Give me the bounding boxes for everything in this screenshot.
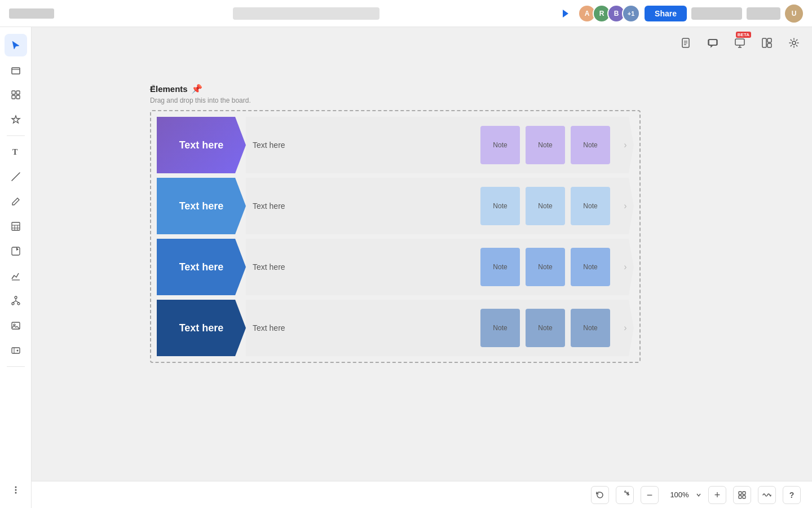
svg-line-32 [16,301,19,303]
share-button[interactable]: Share [645,6,687,21]
row-2-chevron: › [617,178,634,234]
sidebar-item-embed[interactable] [5,339,27,362]
svg-rect-16 [12,95,15,99]
sidebar-item-components[interactable] [5,84,27,106]
row-2-label: Text here [157,178,246,234]
row-4-label: Text here [157,300,246,356]
svg-point-38 [15,487,16,488]
row-3-content: Text here Note Note Note [246,239,617,295]
elements-panel: Elements 📌 Drag and drop this into the b… [150,84,641,363]
sidebar-item-sticky[interactable] [5,240,27,262]
row-2-label-text: Text here [179,200,224,212]
row-1-notes: Note Note Note [480,126,610,164]
row-1-note-3: Note [571,126,610,164]
row-4-content: Text here Note Note Note [246,300,617,356]
row-4-chevron: › [617,300,634,356]
row-1-content: Text here Note Note Note [246,117,617,173]
zoom-out-button[interactable]: − [641,486,659,504]
row-4-body-text: Text here [253,323,298,332]
sidebar-item-chart[interactable] [5,265,27,287]
svg-rect-15 [16,91,20,94]
sidebar-item-pen[interactable] [5,190,27,213]
svg-point-11 [792,41,796,45]
sidebar-item-starred[interactable] [5,108,27,131]
zoom-out-label: − [647,490,653,500]
row-3-label-text: Text here [179,261,224,273]
svg-point-27 [15,296,17,299]
row-3-label: Text here [157,239,246,295]
pin-icon: 📌 [191,84,202,94]
layout-icon-btn[interactable] [758,34,776,52]
sidebar-item-table[interactable] [5,215,27,238]
row-2-body-text: Text here [253,202,298,211]
row-1: Text here Text here Note Note Note › [157,117,634,173]
row-1-label-text: Text here [179,139,224,151]
row-1-note-2: Note [526,126,565,164]
file-icon-btn[interactable] [677,34,695,52]
row-2-content: Text here Note Note Note [246,178,617,234]
panel-title: Elements [150,84,188,94]
svg-rect-12 [12,68,20,74]
elements-header: Elements 📌 [150,84,641,94]
top-bar: A R B +1 Share U [0,0,812,27]
svg-line-31 [13,301,16,303]
breadcrumb[interactable] [233,7,379,20]
present-icon-btn[interactable]: BETA [731,34,749,52]
svg-rect-20 [12,222,20,230]
wave-button[interactable] [758,486,776,504]
sidebar-item-flowchart[interactable] [5,290,27,312]
sidebar-item-more[interactable] [5,479,27,501]
user-avatar[interactable]: U [785,5,803,23]
zoom-percent: 100% [665,491,694,499]
row-4-label-text: Text here [179,322,224,334]
sidebar-item-image[interactable] [5,314,27,337]
row-2-note-1: Note [480,187,520,225]
row-4-note-3: Note [571,309,610,347]
row-2-notes: Note Note Note [480,187,610,225]
row-1-chevron: › [617,117,634,173]
row-1-note-1: Note [480,126,520,164]
cursor-flag-icon[interactable] [558,6,573,21]
comment-icon-btn[interactable] [704,34,722,52]
svg-rect-14 [12,91,15,94]
svg-rect-8 [762,38,766,47]
help-label: ? [789,491,795,500]
toolbar-icons-top: BETA [677,34,803,52]
canvas[interactable]: ↗ Elements 📌 Drag and drop this into the… [32,27,812,481]
svg-rect-44 [743,496,745,498]
row-3-notes: Note Note Note [480,248,610,286]
help-button[interactable]: ? [783,486,801,504]
undo-button[interactable] [591,486,609,504]
zoom-dropdown-icon [696,492,701,498]
fit-to-screen-button[interactable] [733,486,751,504]
svg-rect-42 [743,492,745,494]
svg-rect-43 [739,496,742,498]
sidebar-item-text[interactable]: T [5,141,27,163]
svg-rect-10 [767,43,771,47]
settings-icon-btn[interactable] [785,34,803,52]
row-3-note-3: Note [571,248,610,286]
top-bar-action1[interactable] [691,7,742,20]
svg-rect-41 [739,492,742,494]
row-3-note-1: Note [480,248,520,286]
zoom-in-button[interactable]: + [708,486,726,504]
top-bar-left [9,8,54,19]
top-bar-action2[interactable] [747,7,780,20]
dnd-area[interactable]: Text here Text here Note Note Note › Tex… [150,110,641,363]
sidebar-item-line[interactable] [5,165,27,188]
zoom-level-display[interactable]: 100% [665,491,701,499]
redo-button[interactable] [616,486,634,504]
svg-point-28 [12,303,14,305]
beta-badge: BETA [736,32,751,38]
logo [9,8,54,19]
row-3-note-2: Note [526,248,565,286]
row-4: Text here Text here Note Note Note › [157,300,634,356]
row-3-body-text: Text here [253,262,298,271]
top-bar-right: A R B +1 Share U [558,5,803,23]
row-3: Text here Text here Note Note Note › [157,239,634,295]
svg-text:T: T [12,148,18,156]
sidebar-item-frame[interactable] [5,59,27,81]
panel-subtitle: Drag and drop this into the board. [150,97,641,104]
row-1-body-text: Text here [253,141,298,150]
sidebar-item-cursor[interactable] [5,34,27,56]
